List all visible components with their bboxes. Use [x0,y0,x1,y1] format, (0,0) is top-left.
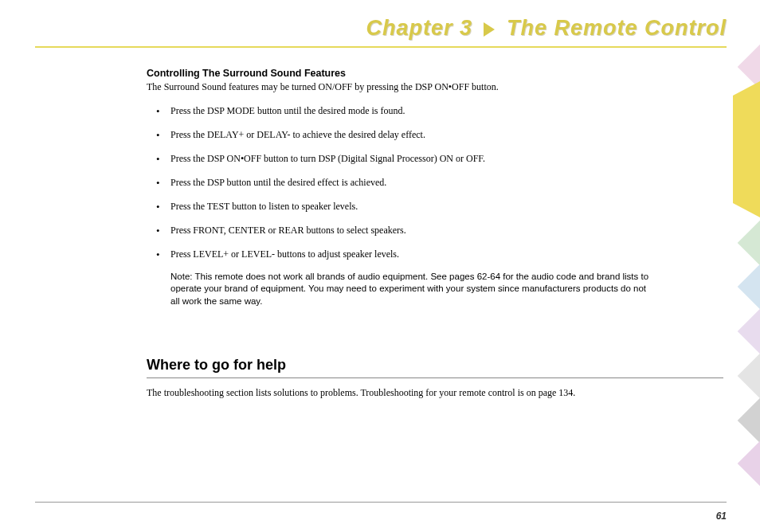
chapter-title: Chapter 3 The Remote Control [366,16,727,41]
list-item: Press the DSP MODE button until the desi… [147,104,720,118]
side-tab-decor [738,354,760,399]
side-tab-decor [738,398,760,444]
page-content: Controlling The Surround Sound Features … [147,68,720,409]
side-tab-current [733,96,760,203]
list-item: Press the DELAY+ or DELAY- to achieve th… [147,127,720,142]
subsection-body: The troubleshooting section lists soluti… [147,386,720,400]
side-tab-decor [738,264,760,310]
list-item: Press FRONT, CENTER or REAR buttons to s… [147,223,720,237]
list-item: Press LEVEL+ or LEVEL- buttons to adjust… [147,247,720,261]
section-heading: Controlling The Surround Sound Features [147,68,720,79]
page-number: 61 [716,510,727,522]
bottom-rule [35,502,727,503]
chapter-name: The Remote Control [507,16,727,40]
top-rule [35,46,727,48]
list-item: Press the TEST button to listen to speak… [147,199,720,213]
list-item: Press the DSP ON•OFF button to turn DSP … [147,151,720,166]
side-tab-decor [738,441,760,487]
side-tab-decor [738,309,760,354]
triangle-icon [484,22,495,37]
subsection: Where to go for help The troubleshooting… [147,357,720,400]
bullet-list: Press the DSP MODE button until the desi… [147,104,720,261]
note-text: Note: This remote does not work all bran… [170,271,656,308]
list-item: Press the DSP button until the desired e… [147,175,720,190]
chapter-prefix: Chapter 3 [366,16,472,40]
section-intro: The Surround Sound features may be turne… [147,80,720,94]
subsection-heading: Where to go for help [147,357,723,378]
side-tab-decor [738,221,760,266]
